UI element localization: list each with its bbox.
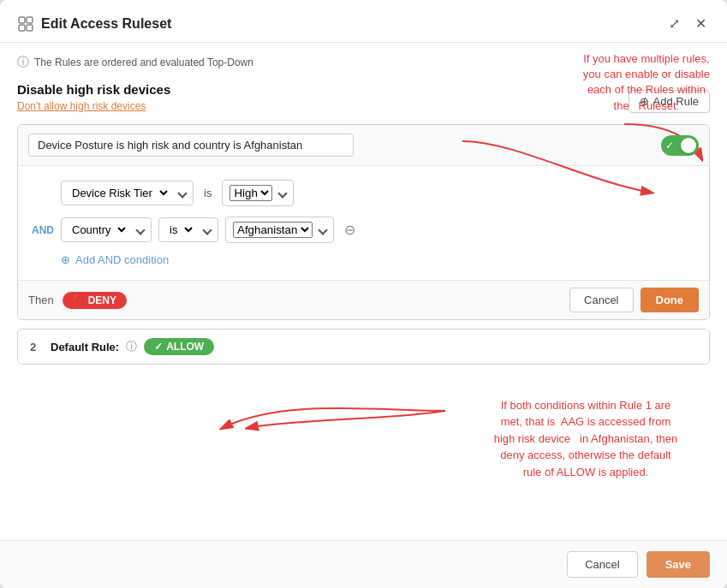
remove-condition-2-button[interactable]: ⊖ <box>341 222 359 238</box>
value-select-2[interactable]: Afghanistan <box>225 217 334 243</box>
notice-info-icon: ⓘ <box>17 55 29 70</box>
condition-row-2: AND Country is <box>18 211 709 248</box>
operator-chevron-2 <box>202 225 212 235</box>
rule-card: ✓ Device Risk Tier is <box>17 124 710 320</box>
value-dropdown-2[interactable]: Afghanistan <box>233 222 313 238</box>
notice-text: The Rules are ordered and evaluated Top-… <box>34 56 253 68</box>
value-dropdown-1[interactable]: High <box>229 185 272 201</box>
toggle-switch[interactable]: ✓ <box>661 135 699 156</box>
field-select-1[interactable]: Device Risk Tier <box>61 181 194 205</box>
field-chevron-1 <box>177 188 187 198</box>
condition-row-1: Device Risk Tier is High <box>18 175 709 211</box>
dialog-body: ⓘ The Rules are ordered and evaluated To… <box>0 43 727 540</box>
rule-conditions: Device Risk Tier is High AND <box>18 166 709 280</box>
operator-dropdown-2[interactable]: is <box>166 223 195 237</box>
default-rule-card: 2 Default Rule: ⓘ ✓ ALLOW <box>17 329 710 365</box>
operator-label-1: is <box>200 187 215 199</box>
default-rule-info-icon[interactable]: ⓘ <box>126 339 137 354</box>
edit-access-ruleset-dialog: Edit Access Ruleset ⤢ ✕ ⓘ The Rules are … <box>0 0 727 588</box>
dialog-title: Edit Access Ruleset <box>41 16 171 32</box>
default-rule-number: 2 <box>30 341 44 353</box>
default-rule-row: 2 Default Rule: ⓘ ✓ ALLOW <box>18 330 709 364</box>
then-row: Then 🚫 DENY <box>28 292 127 309</box>
ruleset-subtitle[interactable]: Don't allow high risk devices <box>17 100 146 112</box>
svg-rect-0 <box>19 17 25 23</box>
add-and-condition-plus-icon: ⊕ <box>61 253 70 266</box>
rule-cancel-button[interactable]: Cancel <box>569 288 633 312</box>
deny-badge: 🚫 DENY <box>63 292 127 309</box>
deny-label: DENY <box>88 294 116 306</box>
callout-bottom: If both conditions within Rule 1 aremet,… <box>453 397 718 481</box>
footer-save-button[interactable]: Save <box>647 551 710 578</box>
header-icons: ⤢ ✕ <box>665 14 710 33</box>
default-rule-label: Default Rule: <box>51 341 119 353</box>
add-and-condition-row[interactable]: ⊕ Add AND condition <box>18 248 709 271</box>
rule-name-row: ✓ <box>18 125 709 166</box>
add-rule-label: Add Rule <box>653 95 699 108</box>
add-and-condition-label: Add AND condition <box>75 253 169 266</box>
deny-icon: 🚫 <box>73 294 85 306</box>
add-rule-button[interactable]: ⊕ Add Rule <box>629 90 710 113</box>
dialog-header: Edit Access Ruleset ⤢ ✕ <box>0 0 727 43</box>
toggle-knob <box>681 138 696 153</box>
add-rule-plus-icon: ⊕ <box>640 95 649 108</box>
toggle-check-icon: ✓ <box>665 140 674 151</box>
expand-icon[interactable]: ⤢ <box>665 14 683 33</box>
field-dropdown-2[interactable]: Country <box>69 223 128 237</box>
svg-rect-1 <box>27 17 33 23</box>
allow-check-icon: ✓ <box>154 341 163 353</box>
rule-actions-row: Then 🚫 DENY Cancel Done <box>18 280 709 319</box>
top-notice: ⓘ The Rules are ordered and evaluated To… <box>17 55 710 70</box>
field-select-2[interactable]: Country <box>61 217 152 242</box>
callout-bottom-text: If both conditions within Rule 1 aremet,… <box>494 399 678 478</box>
svg-rect-2 <box>19 25 25 31</box>
then-label: Then <box>28 294 54 306</box>
value-chevron-1 <box>278 188 288 198</box>
toggle[interactable]: ✓ <box>661 135 699 156</box>
ruleset-icon <box>17 15 34 33</box>
ruleset-title: Disable high risk devices <box>17 82 710 97</box>
value-select-1[interactable]: High <box>222 180 294 206</box>
rule-done-button[interactable]: Done <box>641 288 700 312</box>
rule-name-input[interactable] <box>28 134 354 157</box>
dialog-title-row: Edit Access Ruleset <box>17 15 171 33</box>
operator-select-2[interactable]: is <box>158 217 218 242</box>
dialog-footer: Cancel Save <box>0 540 727 588</box>
svg-rect-3 <box>27 25 33 31</box>
close-icon[interactable]: ✕ <box>692 14 710 33</box>
and-label-2: AND <box>28 224 54 236</box>
field-chevron-2 <box>135 225 145 235</box>
action-buttons: Cancel Done <box>569 288 699 312</box>
field-dropdown-1[interactable]: Device Risk Tier <box>69 186 170 200</box>
value-chevron-2 <box>318 225 327 235</box>
allow-label: ALLOW <box>166 341 204 353</box>
allow-badge: ✓ ALLOW <box>144 338 214 355</box>
footer-cancel-button[interactable]: Cancel <box>567 551 637 578</box>
